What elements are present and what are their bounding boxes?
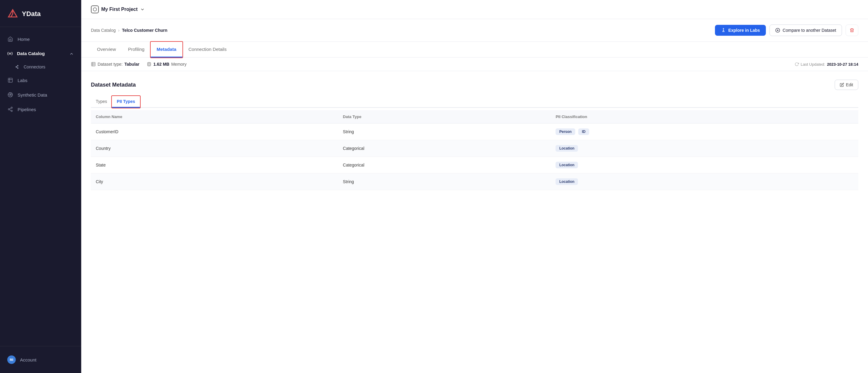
table-body: CustomerID String Person ID Country Cate… [91, 124, 858, 190]
svg-point-6 [17, 68, 18, 69]
edit-label: Edit [846, 82, 853, 87]
cell-column-name: State [91, 157, 338, 173]
last-updated-value: 2023-10-27 18:14 [827, 62, 858, 67]
breadcrumb-separator: › [118, 28, 120, 33]
svg-point-5 [17, 65, 18, 66]
meta-tab-types-label: Types [96, 99, 107, 104]
svg-rect-20 [148, 63, 151, 66]
account-initials: Mi [10, 358, 13, 362]
flask-icon [721, 28, 726, 33]
ydata-logo-icon [7, 8, 18, 20]
svg-line-8 [17, 67, 18, 68]
col-header-pii-classification: PII Classification [551, 110, 858, 124]
cell-data-type: Categorical [338, 140, 551, 157]
breadcrumb: Data Catalog › Telco Customer Churn [91, 28, 167, 33]
table-row: State Categorical Location [91, 157, 858, 173]
tab-metadata[interactable]: Metadata [151, 42, 182, 58]
table-head: Column Name Data Type PII Classification [91, 110, 858, 124]
synthetic-icon [7, 92, 13, 98]
dataset-info-right: Last Updated: 2023-10-27 18:14 [795, 62, 858, 67]
metadata-section: Dataset Metadata Edit Types PII Types [81, 71, 868, 199]
svg-point-3 [9, 53, 11, 55]
pii-badge-location: Location [556, 162, 578, 168]
account-item[interactable]: Mi Account [0, 351, 81, 368]
sidebar-item-home[interactable]: Home [0, 32, 81, 46]
table-header-row: Column Name Data Type PII Classification [91, 110, 858, 124]
svg-rect-16 [92, 62, 95, 66]
tab-profiling[interactable]: Profiling [122, 42, 151, 58]
svg-line-7 [17, 66, 18, 67]
compare-dataset-button[interactable]: Compare to another Dataset [770, 25, 842, 36]
tab-profiling-label: Profiling [128, 46, 145, 52]
dataset-type-info: Dataset type: Tabular [91, 62, 140, 67]
svg-line-14 [9, 108, 11, 109]
refresh-icon [795, 62, 799, 66]
table-row: City String Location [91, 173, 858, 190]
cell-column-name: CustomerID [91, 124, 338, 140]
table-row: Country Categorical Location [91, 140, 858, 157]
meta-tab-types[interactable]: Types [91, 96, 112, 108]
project-icon [91, 5, 99, 13]
svg-point-4 [16, 67, 17, 68]
explore-labs-label: Explore in Labs [728, 28, 760, 33]
edit-button[interactable]: Edit [835, 80, 858, 90]
logo-area: YData [0, 0, 81, 27]
svg-point-11 [8, 109, 10, 110]
logo-text: YData [22, 10, 41, 18]
delete-button[interactable] [845, 25, 858, 36]
breadcrumb-bar: Data Catalog › Telco Customer Churn Expl… [81, 19, 868, 42]
sidebar-item-pipelines-label: Pipelines [18, 107, 36, 112]
svg-point-10 [11, 107, 12, 109]
sidebar-nav: Home Data Catalog Connectors [0, 27, 81, 346]
metadata-title: Dataset Metadata [91, 82, 136, 88]
dataset-memory-value: 1.62 MB [153, 62, 169, 67]
sidebar-item-labs[interactable]: Labs [0, 73, 81, 88]
account-label: Account [20, 357, 36, 363]
metadata-tabs: Types PII Types [91, 96, 858, 108]
svg-line-13 [9, 110, 11, 110]
explore-labs-button[interactable]: Explore in Labs [715, 25, 766, 36]
labs-icon [7, 77, 13, 83]
meta-tab-pii-types-label: PII Types [117, 99, 135, 104]
edit-icon [840, 83, 844, 87]
compare-icon [775, 28, 780, 33]
cell-data-type: String [338, 173, 551, 190]
tab-connection-details[interactable]: Connection Details [182, 42, 233, 58]
sidebar-item-pipelines[interactable]: Pipelines [0, 102, 81, 116]
breadcrumb-current: Telco Customer Churn [122, 28, 167, 33]
svg-point-12 [11, 110, 12, 112]
cell-pii: Location [551, 157, 858, 173]
cell-column-name: City [91, 173, 338, 190]
sidebar-item-connectors[interactable]: Connectors [0, 61, 81, 73]
cpu-icon [147, 62, 152, 67]
sidebar-item-data-catalog-label: Data Catalog [17, 51, 45, 56]
sidebar: YData Home Data Catalog [0, 0, 81, 373]
dataset-info-left: Dataset type: Tabular 1.62 MB Memory [91, 62, 187, 67]
meta-tab-pii-types[interactable]: PII Types [112, 96, 140, 108]
cell-pii: Location [551, 173, 858, 190]
cell-pii: Person ID [551, 124, 858, 140]
compare-dataset-label: Compare to another Dataset [782, 28, 836, 33]
trash-icon [849, 28, 855, 33]
chevron-down-icon [140, 7, 145, 12]
account-avatar: Mi [7, 355, 16, 364]
tab-overview-label: Overview [97, 46, 116, 52]
sidebar-item-data-catalog[interactable]: Data Catalog [0, 46, 81, 61]
pii-badge-person: Person [556, 128, 575, 135]
tab-overview[interactable]: Overview [91, 42, 122, 58]
cell-column-name: Country [91, 140, 338, 157]
connectors-icon [14, 64, 20, 69]
pipelines-icon [7, 106, 13, 112]
content-inner: Data Catalog › Telco Customer Churn Expl… [81, 19, 868, 373]
sidebar-item-synthetic-data-label: Synthetic Data [18, 92, 47, 98]
pii-badge-location: Location [556, 145, 578, 152]
pii-badge-location: Location [556, 178, 578, 185]
cell-pii: Location [551, 140, 858, 157]
cell-data-type: String [338, 124, 551, 140]
breadcrumb-actions: Explore in Labs Compare to another Datas… [715, 25, 858, 36]
svg-rect-21 [148, 63, 150, 65]
sidebar-item-synthetic-data[interactable]: Synthetic Data [0, 88, 81, 102]
col-header-column-name: Column Name [91, 110, 338, 124]
breadcrumb-parent[interactable]: Data Catalog [91, 28, 116, 33]
project-selector[interactable]: My First Project [91, 5, 145, 13]
